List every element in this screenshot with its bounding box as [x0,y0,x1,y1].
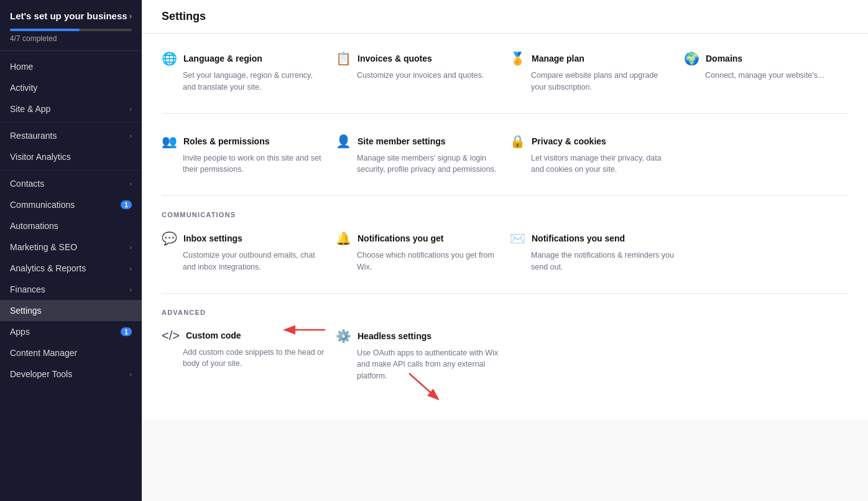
sidebar-item-finances[interactable]: Finances› [0,279,142,300]
notifications-send-icon: ✉️ [510,231,525,246]
sidebar-item-apps[interactable]: Apps1 [0,321,142,342]
chevron-right-icon: › [129,105,132,113]
settings-card-header: 🔒Privacy & cookies [510,134,674,149]
headless-settings-icon: ⚙️ [336,329,351,344]
sidebar-item-communications[interactable]: Communications1 [0,194,142,215]
settings-card-language-region[interactable]: 🌐Language & regionSet your language, reg… [162,51,326,93]
progress-label: 4/7 completed [10,34,132,43]
settings-card-header: 🏅Manage plan [510,51,674,66]
nav-divider [0,122,142,123]
sidebar-item-settings[interactable]: Settings [0,300,142,321]
domains-icon: 🌍 [684,51,699,66]
chevron-right-icon: › [129,286,132,293]
main-content-area: Settings 🌐Language & regionSet your lang… [142,0,868,501]
notifications-send-desc: Manage the notifications & reminders you… [510,250,674,273]
manage-plan-title: Manage plan [532,54,584,63]
inbox-settings-desc: Customize your outbound emails, chat and… [162,250,326,273]
chevron-right-icon: › [129,132,132,139]
nav-badge: 1 [121,327,132,336]
notifications-get-desc: Choose which notifications you get from … [336,250,500,273]
settings-card-privacy-cookies[interactable]: 🔒Privacy & cookiesLet visitors manage th… [510,134,674,176]
settings-card-header: ⚙️Headless settings [336,329,500,344]
settings-card-header: ✉️Notifications you send [510,231,674,246]
notifications-get-title: Notifications you get [358,233,443,243]
section-label-advanced: ADVANCED [162,309,848,316]
settings-card-header: 🌐Language & region [162,51,326,66]
sidebar-item-automations[interactable]: Automations [0,215,142,236]
sidebar-item-site-app[interactable]: Site & App› [0,98,142,119]
settings-card-custom-code[interactable]: </>Custom codeAdd custom code snippets t… [162,329,326,382]
settings-card-domains[interactable]: 🌍DomainsConnect, manage your website's..… [684,51,848,93]
language-region-desc: Set your language, region & currency, an… [162,70,326,93]
section-divider [162,195,848,196]
settings-card-header: 🌍Domains [684,51,848,66]
domains-desc: Connect, manage your website's... [684,70,848,82]
invoices-quotes-desc: Customize your invoices and quotes. [336,70,500,82]
language-region-icon: 🌐 [162,51,177,66]
roles-permissions-desc: Invite people to work on this site and s… [162,152,326,176]
manage-plan-icon: 🏅 [510,51,525,66]
sidebar-item-content-manager[interactable]: Content Manager [0,342,142,363]
sidebar-item-label: Site & App [10,104,126,114]
settings-card-manage-plan[interactable]: 🏅Manage planCompare website plans and up… [510,51,674,93]
progress-bar-fill [10,29,80,31]
business-setup-title[interactable]: Let's set up your business › [10,10,132,22]
settings-card-header: 👥Roles & permissions [162,134,326,149]
section-divider [162,113,848,114]
notifications-get-icon: 🔔 [336,231,351,246]
sidebar-item-label: Contacts [10,179,126,189]
section-divider [162,293,848,294]
sidebar-item-label: Developer Tools [10,369,126,379]
sidebar-item-label: Restaurants [10,131,126,141]
custom-code-desc: Add custom code snippets to the head or … [162,347,326,370]
sidebar-item-label: Apps [10,327,117,337]
sidebar-item-label: Communications [10,200,117,210]
page-title: Settings [162,10,848,23]
chevron-right-icon: › [129,370,132,378]
privacy-cookies-desc: Let visitors manage their privacy, data … [510,152,674,176]
sidebar-item-label: Content Manager [10,348,132,358]
roles-permissions-icon: 👥 [162,134,177,149]
sidebar-item-visitor-analytics[interactable]: Visitor Analytics [0,146,142,167]
notifications-send-title: Notifications you send [532,233,625,243]
headless-settings-title: Headless settings [358,331,432,341]
privacy-cookies-title: Privacy & cookies [532,136,606,146]
settings-card-header: 👤Site member settings [336,134,500,149]
sidebar-item-contacts[interactable]: Contacts› [0,173,142,194]
settings-card-invoices-quotes[interactable]: 📋Invoices & quotesCustomize your invoice… [336,51,500,93]
site-member-settings-icon: 👤 [336,134,351,149]
sidebar-item-restaurants[interactable]: Restaurants› [0,125,142,146]
sidebar-item-activity[interactable]: Activity [0,77,142,98]
sidebar-item-label: Settings [10,306,132,316]
settings-card-site-member-settings[interactable]: 👤Site member settingsManage site members… [336,134,500,176]
sidebar-item-analytics-reports[interactable]: Analytics & Reports› [0,258,142,279]
custom-code-title: Custom code [186,330,241,340]
main-header: Settings [142,0,868,34]
manage-plan-desc: Compare website plans and upgrade your s… [510,70,674,93]
sidebar-item-label: Home [10,62,132,72]
section-label-communications: COMMUNICATIONS [162,211,848,218]
sidebar-nav: HomeActivitySite & App›Restaurants›Visit… [0,51,142,502]
inbox-settings-icon: 💬 [162,231,177,246]
custom-code-icon: </> [162,329,180,343]
invoices-quotes-title: Invoices & quotes [358,54,432,63]
settings-grid-general: 🌐Language & regionSet your language, reg… [162,51,848,93]
sidebar-item-home[interactable]: Home [0,56,142,77]
settings-card-notifications-send[interactable]: ✉️Notifications you sendManage the notif… [510,231,674,273]
settings-card-headless-settings[interactable]: ⚙️Headless settingsUse OAuth apps to aut… [336,329,500,382]
sidebar-item-label: Analytics & Reports [10,263,126,273]
site-member-settings-desc: Manage site members' signup & login secu… [336,152,500,176]
sidebar-item-label: Activity [10,83,132,93]
settings-grid-permissions: 👥Roles & permissionsInvite people to wor… [162,134,848,176]
sidebar-item-marketing-seo[interactable]: Marketing & SEO› [0,236,142,258]
settings-card-notifications-get[interactable]: 🔔Notifications you getChoose which notif… [336,231,500,273]
sidebar-item-developer-tools[interactable]: Developer Tools› [0,363,142,385]
roles-permissions-title: Roles & permissions [183,136,270,146]
sidebar-item-label: Automations [10,221,132,231]
settings-card-inbox-settings[interactable]: 💬Inbox settingsCustomize your outbound e… [162,231,326,273]
chevron-icon: › [129,12,132,22]
settings-card-header: 💬Inbox settings [162,231,326,246]
settings-card-header: 🔔Notifications you get [336,231,500,246]
invoices-quotes-icon: 📋 [336,51,351,66]
settings-card-roles-permissions[interactable]: 👥Roles & permissionsInvite people to wor… [162,134,326,176]
